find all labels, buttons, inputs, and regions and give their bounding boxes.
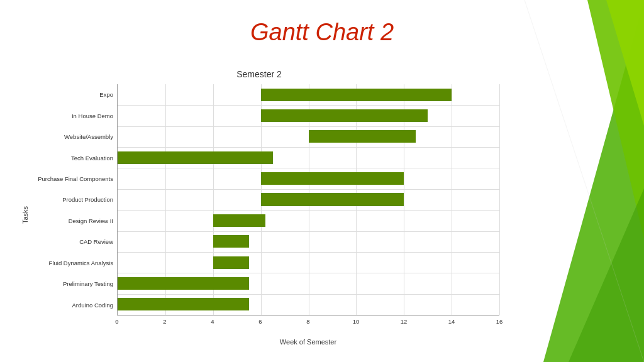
x-tick: 10 — [353, 318, 360, 325]
x-tick: 2 — [163, 318, 166, 325]
grid-line-vertical — [452, 84, 452, 315]
gantt-bar — [213, 214, 265, 227]
grid-line-horizontal — [118, 168, 499, 168]
page-title: Gantt Chart 2 — [0, 19, 644, 46]
grid-line-horizontal — [118, 273, 499, 273]
grid-line-horizontal — [118, 126, 499, 127]
task-label: Website/Assembly — [29, 126, 117, 147]
grid-line-vertical — [499, 84, 500, 315]
gantt-bar — [118, 298, 249, 310]
x-axis-label: Week of Semester — [117, 338, 499, 346]
grid-line-horizontal — [118, 147, 499, 148]
grid-line-horizontal — [118, 105, 499, 106]
gantt-bar — [213, 256, 249, 269]
x-tick: 8 — [306, 318, 309, 325]
gantt-bar — [309, 130, 416, 143]
gantt-rows-area: ExpoIn House DemoWebsite/AssemblyTech Ev… — [29, 84, 499, 315]
gantt-bar — [261, 193, 404, 206]
gantt-bar — [261, 109, 428, 122]
chart-title: Semester 2 — [19, 69, 499, 79]
chart-area: Tasks ExpoIn House DemoWebsite/AssemblyT… — [19, 84, 499, 346]
x-tick: 4 — [211, 318, 214, 325]
svg-marker-0 — [543, 0, 644, 362]
grid-line-horizontal — [118, 189, 499, 190]
task-label: Expo — [29, 84, 117, 105]
task-label: Tech Evaluation — [29, 147, 117, 168]
x-tick: 12 — [401, 318, 408, 325]
grid-line-horizontal — [118, 210, 499, 211]
grid-line-horizontal — [118, 252, 499, 253]
gantt-bar — [118, 151, 273, 164]
task-labels: ExpoIn House DemoWebsite/AssemblyTech Ev… — [29, 84, 117, 315]
task-label: Fluid Dynamics Analysis — [29, 253, 117, 273]
x-tick: 6 — [258, 318, 262, 325]
background-decoration — [506, 0, 644, 362]
task-label: In House Demo — [29, 105, 117, 126]
task-label: Product Production — [29, 189, 117, 210]
chart-inner: ExpoIn House DemoWebsite/AssemblyTech Ev… — [29, 84, 499, 346]
task-label: Design Review II — [29, 211, 117, 231]
svg-marker-3 — [569, 189, 644, 362]
svg-line-4 — [525, 0, 644, 362]
gantt-bar — [118, 277, 249, 290]
grid-line-horizontal — [118, 231, 499, 232]
x-tick: 14 — [448, 318, 455, 325]
task-label: Preliminary Testing — [29, 273, 117, 294]
bars-area — [117, 84, 499, 315]
x-axis: 0246810121416 — [117, 315, 499, 327]
gantt-bar — [213, 235, 249, 248]
y-axis-label: Tasks — [19, 84, 29, 346]
x-tick: 16 — [496, 318, 503, 325]
task-label: Arduino Coding — [29, 295, 117, 315]
task-label: Purchase Final Components — [29, 168, 117, 189]
gantt-bar — [261, 172, 404, 185]
gantt-bar — [261, 89, 452, 101]
chart-container: Semester 2 Tasks ExpoIn House DemoWebsit… — [19, 69, 499, 349]
grid-line-horizontal — [118, 294, 499, 295]
x-tick: 0 — [115, 318, 118, 325]
task-label: CAD Review — [29, 231, 117, 252]
